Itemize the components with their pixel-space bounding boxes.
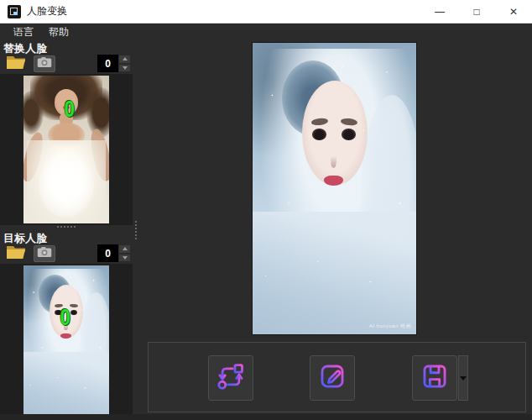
target-face-index-overlay: 0 bbox=[60, 306, 70, 329]
target-section-header: 目标人脸 bbox=[0, 230, 133, 244]
folder-icon bbox=[6, 244, 26, 263]
swap-faces-icon bbox=[216, 362, 245, 394]
swap-faces-button[interactable] bbox=[208, 355, 253, 401]
target-face-index-spinner: 0 bbox=[97, 244, 131, 262]
camera-icon bbox=[37, 246, 52, 261]
edit-icon bbox=[318, 362, 347, 394]
camera-icon bbox=[37, 56, 52, 71]
target-open-folder-button[interactable] bbox=[5, 245, 27, 262]
target-face-index-value[interactable]: 0 bbox=[97, 244, 118, 262]
source-controls-row: 0 bbox=[0, 54, 133, 74]
app-window: 人脸变换 — □ ✕ 语言 帮助 替换人脸 bbox=[0, 0, 532, 420]
source-spinner-down-button[interactable] bbox=[118, 64, 131, 73]
target-spinner-up-button[interactable] bbox=[118, 244, 131, 254]
arrow-up-icon bbox=[123, 247, 128, 250]
minimize-button[interactable]: — bbox=[421, 0, 458, 24]
source-face-index-spinner: 0 bbox=[97, 55, 131, 72]
group-splitter-handle[interactable] bbox=[0, 224, 133, 229]
target-face-image bbox=[23, 265, 109, 415]
source-spinner-up-button[interactable] bbox=[118, 55, 131, 64]
source-face-index-overlay: 0 bbox=[64, 97, 74, 121]
save-button[interactable] bbox=[412, 355, 457, 401]
target-camera-button[interactable] bbox=[34, 245, 55, 262]
window-bottom-edge bbox=[0, 414, 532, 420]
window-title: 人脸变换 bbox=[27, 4, 67, 18]
faces-panel: 替换人脸 bbox=[0, 40, 133, 420]
window-controls: — □ ✕ bbox=[421, 0, 532, 24]
menu-language[interactable]: 语言 bbox=[7, 24, 40, 41]
save-options-dropdown[interactable] bbox=[458, 355, 468, 401]
target-face-list: 0 bbox=[0, 264, 133, 420]
result-preview-image: AI hunyuan 绘画 bbox=[252, 42, 417, 335]
menubar: 语言 帮助 bbox=[0, 24, 532, 40]
app-icon bbox=[8, 5, 21, 18]
close-button[interactable]: ✕ bbox=[495, 0, 532, 24]
source-section-header: 替换人脸 bbox=[0, 40, 133, 54]
panel-splitter-handle[interactable] bbox=[133, 40, 139, 420]
folder-icon bbox=[6, 55, 26, 73]
source-face-index-value[interactable]: 0 bbox=[97, 55, 118, 72]
arrow-down-icon bbox=[123, 256, 128, 260]
watermark-text: AI hunyuan 绘画 bbox=[369, 323, 412, 330]
arrow-up-icon bbox=[123, 57, 128, 60]
target-controls-row: 0 bbox=[0, 244, 133, 264]
target-spinner-down-button[interactable] bbox=[118, 254, 131, 263]
source-camera-button[interactable] bbox=[34, 55, 55, 72]
source-face-thumbnail[interactable]: 0 bbox=[23, 76, 109, 223]
maximize-button[interactable]: □ bbox=[458, 0, 495, 24]
edit-button[interactable] bbox=[310, 355, 355, 401]
source-open-folder-button[interactable] bbox=[5, 55, 27, 72]
dropdown-arrow-icon bbox=[460, 376, 467, 381]
target-face-thumbnail[interactable]: 0 bbox=[23, 265, 109, 415]
menu-help[interactable]: 帮助 bbox=[42, 24, 76, 41]
titlebar: 人脸变换 — □ ✕ bbox=[0, 0, 532, 24]
action-toolbar bbox=[148, 342, 526, 412]
source-face-list: 0 bbox=[0, 74, 133, 225]
arrow-down-icon bbox=[123, 66, 128, 70]
save-icon bbox=[420, 362, 449, 394]
